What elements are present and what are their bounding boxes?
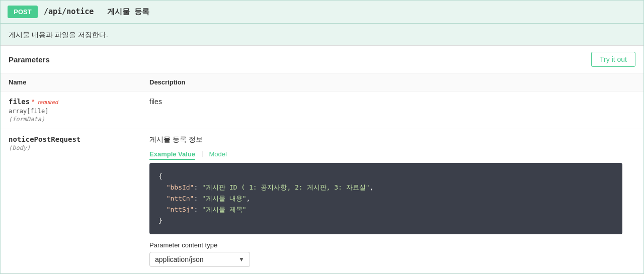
- code-line-5: }: [158, 215, 613, 226]
- params-table: Name Description files * required array[…: [1, 73, 643, 273]
- param-type: array[file]: [9, 108, 133, 115]
- model-tab[interactable]: Model: [209, 149, 226, 160]
- code-line-1: {: [158, 171, 613, 182]
- table-row: noticePostRequest (body) 게시물 등록 정보 Examp…: [1, 129, 643, 273]
- param-description-cell: 게시물 등록 정보 Example Value | Model { "bbsId…: [141, 129, 643, 273]
- col-name-header: Name: [1, 73, 141, 92]
- param-location: (body): [9, 144, 133, 151]
- param-description-cell: files: [141, 92, 643, 129]
- api-header: POST /api/notice 게시물 등록: [1, 1, 643, 24]
- api-path: /api/notice 게시물 등록: [44, 7, 149, 17]
- param-desc: files: [149, 98, 162, 106]
- param-location: (formData): [9, 116, 133, 123]
- code-block: { "bbsId": "게시판 ID ( 1: 공지사항, 2: 게시판, 3:…: [149, 163, 622, 234]
- parameters-title: Parameters: [9, 55, 50, 64]
- param-name-cell: noticePostRequest (body): [1, 129, 141, 273]
- chevron-down-icon: ▼: [238, 256, 245, 263]
- api-title: 게시물 등록: [107, 7, 149, 16]
- param-name: files * required: [9, 98, 133, 106]
- parameters-section: Parameters Try it out Name Description f…: [1, 45, 643, 273]
- api-description: 게시물 내용과 파일을 저장한다.: [1, 24, 643, 45]
- content-type-select[interactable]: application/json ▼: [149, 252, 250, 267]
- example-value-tab[interactable]: Example Value: [149, 149, 195, 160]
- api-path-value: /api/notice: [44, 7, 94, 16]
- param-name: noticePostRequest: [9, 135, 133, 143]
- try-it-out-button[interactable]: Try it out: [591, 52, 635, 67]
- col-description-header: Description: [141, 73, 643, 92]
- param-desc-kr: 게시물 등록 정보: [149, 135, 635, 144]
- content-type-value: application/json: [155, 255, 204, 263]
- param-name-cell: files * required array[file] (formData): [1, 92, 141, 129]
- example-tabs: Example Value | Model: [149, 149, 635, 160]
- table-row: files * required array[file] (formData) …: [1, 92, 643, 129]
- parameters-header: Parameters Try it out: [1, 46, 643, 73]
- method-badge: POST: [8, 6, 38, 18]
- content-type-label: Parameter content type: [149, 241, 635, 249]
- api-block: POST /api/notice 게시물 등록 게시물 내용과 파일을 저장한다…: [0, 0, 644, 274]
- code-line-3: "nttCn": "게시물 내용",: [158, 193, 613, 204]
- code-line-4: "nttSj": "게시물 제목": [158, 204, 613, 215]
- code-line-2: "bbsId": "게시판 ID ( 1: 공지사항, 2: 게시판, 3: 자…: [158, 182, 613, 193]
